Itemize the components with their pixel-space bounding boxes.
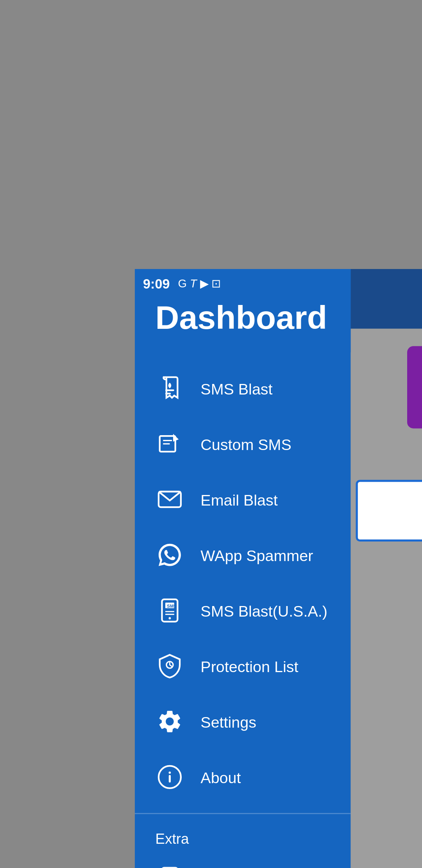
sidebar-item-protection-list[interactable]: Protection List — [135, 638, 350, 694]
screenshot-icon: ⊡ — [211, 277, 221, 290]
sidebar-item-check-update[interactable]: Check for Update — [135, 851, 350, 868]
wapp-spammer-label: WApp Spammer — [200, 546, 313, 564]
settings-label: Settings — [200, 713, 256, 730]
sms-usa-icon: SMS — [156, 596, 184, 625]
shield-icon — [156, 652, 184, 681]
settings-icon — [156, 707, 184, 736]
bg-purple-box — [407, 346, 422, 428]
status-icons: G T ▶ ⊡ — [178, 277, 221, 290]
sidebar-item-wapp-spammer[interactable]: WApp Spammer — [135, 527, 350, 583]
bg-white-box — [356, 480, 422, 542]
sidebar-item-about[interactable]: About — [135, 750, 350, 805]
custom-sms-icon — [156, 430, 184, 459]
custom-sms-label: Custom SMS — [200, 435, 291, 453]
sidebar-item-email-blast[interactable]: Email Blast — [135, 472, 350, 527]
email-blast-icon — [156, 485, 184, 514]
status-time: 9:09 — [143, 276, 170, 291]
navigation-drawer: Dashboard SMS Blast — [135, 269, 350, 868]
sidebar-item-custom-sms[interactable]: Custom SMS — [135, 416, 350, 472]
page-title: Dashboard — [156, 300, 330, 336]
sidebar-item-sms-blast[interactable]: SMS Blast — [135, 361, 350, 416]
screen: ? ▼ ge 9:09 G T ▶ ⊡ Dashboard — [135, 269, 422, 868]
svg-text:SMS: SMS — [167, 604, 177, 609]
youtube-icon: ▶ — [200, 277, 208, 290]
svg-rect-0 — [165, 389, 174, 391]
drawer-menu: SMS Blast Custom SMS — [135, 353, 350, 868]
google-icon: G — [178, 277, 187, 290]
status-bar: 9:09 G T ▶ ⊡ — [135, 269, 350, 298]
info-icon — [156, 763, 184, 792]
menu-divider — [135, 813, 350, 814]
svg-point-11 — [169, 617, 171, 620]
about-label: About — [200, 769, 241, 786]
sms-blast-usa-label: SMS Blast(U.S.A.) — [200, 602, 327, 619]
svg-rect-1 — [165, 393, 171, 395]
tapatalk-icon: T — [190, 277, 197, 290]
download-icon — [156, 864, 184, 868]
sms-blast-icon — [156, 374, 184, 403]
sidebar-item-sms-blast-usa[interactable]: SMS SMS Blast(U.S.A.) — [135, 583, 350, 638]
sms-blast-label: SMS Blast — [200, 380, 272, 397]
protection-list-label: Protection List — [200, 657, 298, 675]
extra-section-label: Extra — [135, 823, 350, 852]
sidebar-item-settings[interactable]: Settings — [135, 694, 350, 750]
email-blast-label: Email Blast — [200, 491, 277, 508]
whatsapp-icon — [156, 541, 184, 570]
